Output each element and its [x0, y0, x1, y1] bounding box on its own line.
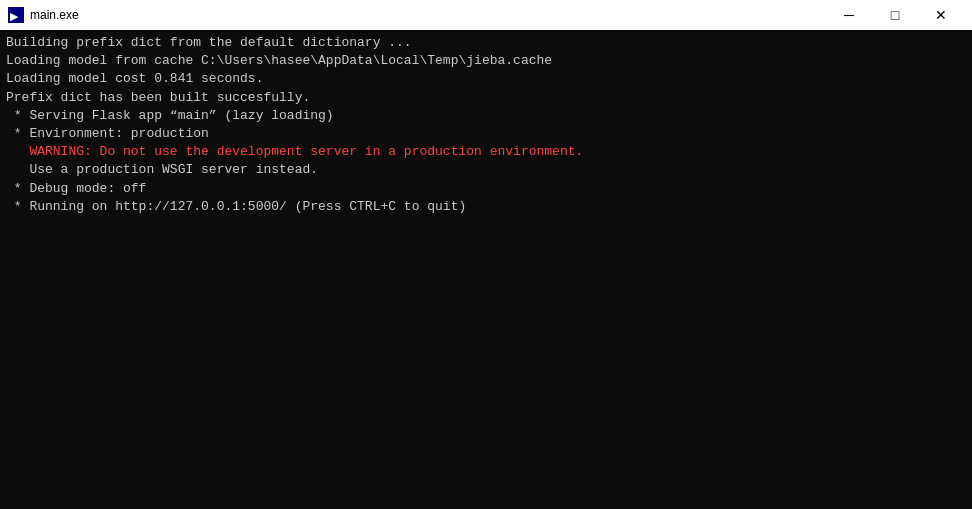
app-icon: ▶ [8, 7, 24, 23]
close-button[interactable]: ✕ [918, 0, 964, 30]
maximize-button[interactable]: □ [872, 0, 918, 30]
terminal-line: * Environment: production [6, 125, 966, 143]
title-bar-left: ▶ main.exe [8, 7, 79, 23]
terminal-line: * Debug mode: off [6, 180, 966, 198]
terminal-line: WARNING: Do not use the development serv… [6, 143, 966, 161]
terminal-line: * Running on http://127.0.0.1:5000/ (Pre… [6, 198, 966, 216]
terminal-line: Use a production WSGI server instead. [6, 161, 966, 179]
terminal-window[interactable]: Building prefix dict from the default di… [0, 30, 972, 509]
window-controls: ─ □ ✕ [826, 0, 964, 30]
terminal-line: * Serving Flask app “main” (lazy loading… [6, 107, 966, 125]
minimize-button[interactable]: ─ [826, 0, 872, 30]
terminal-line: Loading model from cache C:\Users\hasee\… [6, 52, 966, 70]
terminal-line: Building prefix dict from the default di… [6, 34, 966, 52]
terminal-line: Loading model cost 0.841 seconds. [6, 70, 966, 88]
window-title: main.exe [30, 8, 79, 22]
svg-text:▶: ▶ [10, 10, 19, 22]
title-bar: ▶ main.exe ─ □ ✕ [0, 0, 972, 30]
terminal-line: Prefix dict has been built succesfully. [6, 89, 966, 107]
